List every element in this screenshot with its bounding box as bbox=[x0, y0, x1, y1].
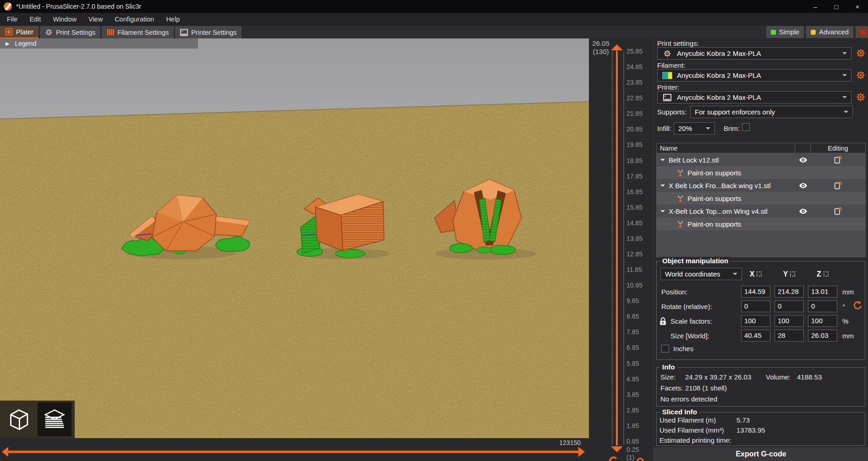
3d-viewport[interactable]: ▶ Legend bbox=[0, 38, 589, 438]
mode-label: Advanced bbox=[819, 28, 849, 36]
z-value-field[interactable]: 13.01 bbox=[808, 286, 837, 298]
layer-slider-top-handle[interactable] bbox=[611, 44, 623, 50]
brim-label: Brim: bbox=[724, 125, 740, 132]
axis-x-label: X bbox=[750, 270, 755, 278]
slider-left-arrow-icon[interactable] bbox=[2, 447, 8, 457]
edit-printer-button[interactable] bbox=[856, 92, 866, 102]
printable-toggle[interactable] bbox=[811, 181, 865, 190]
printable-toggle[interactable] bbox=[811, 207, 865, 216]
errors-status: No errors detected bbox=[660, 395, 717, 403]
sliced-view-button[interactable] bbox=[38, 402, 71, 436]
menu-item[interactable]: Window bbox=[47, 13, 82, 26]
tab-plater[interactable]: Plater bbox=[0, 26, 38, 38]
layer-slider-bottom-handle[interactable] bbox=[611, 446, 623, 452]
x-value-field[interactable]: 0 bbox=[741, 300, 770, 312]
axis-x-icon[interactable] bbox=[757, 271, 762, 277]
maximize-button[interactable]: □ bbox=[826, 0, 847, 13]
y-value-field[interactable]: 28 bbox=[775, 330, 804, 342]
y-value-field[interactable]: 100 bbox=[775, 315, 804, 327]
mode-simple-button[interactable]: Simple bbox=[766, 26, 804, 38]
brim-checkbox[interactable] bbox=[742, 123, 750, 131]
legend-label: Legend bbox=[15, 40, 36, 47]
reset-rotation-button[interactable] bbox=[853, 301, 863, 312]
tab-filament-settings[interactable]: Filament Settings bbox=[102, 26, 174, 38]
z-value-field[interactable]: 100 bbox=[808, 315, 837, 327]
horizontal-slider-track[interactable] bbox=[8, 451, 578, 453]
legend-collapsed-panel[interactable]: ▶ Legend bbox=[0, 38, 198, 49]
supports-label: Supports: bbox=[657, 108, 687, 116]
object-list-row[interactable]: Paint-on supports bbox=[657, 166, 865, 179]
manipulation-label: Scale factors: bbox=[661, 317, 741, 325]
mode-expert-button[interactable]: Expert bbox=[856, 26, 868, 38]
x-value-field[interactable]: 144.59 bbox=[741, 286, 770, 298]
object-list-row[interactable]: X Belt Lock Fro...Back wing v1.stl bbox=[657, 179, 865, 192]
visibility-column-header[interactable] bbox=[795, 143, 811, 153]
menu-item[interactable]: Help bbox=[160, 13, 186, 26]
layer-top-number: (130) bbox=[589, 48, 613, 55]
unit-label: mm bbox=[842, 332, 854, 340]
printer-select[interactable]: Anycubic Kobra 2 Max-PLA bbox=[657, 91, 852, 103]
x-value-field[interactable]: 100 bbox=[741, 315, 770, 327]
manipulation-label: Rotate (relative): bbox=[661, 303, 741, 310]
uniform-scale-lock-icon[interactable] bbox=[659, 317, 666, 327]
gcode-viewer-icon[interactable] bbox=[609, 456, 618, 461]
collapse-chevron-icon[interactable] bbox=[660, 184, 665, 189]
layers-icon bbox=[41, 406, 68, 433]
menu-item[interactable]: File bbox=[1, 13, 23, 26]
edit-print-settings-button[interactable] bbox=[856, 48, 866, 58]
unit-label: mm bbox=[842, 288, 854, 296]
object-list-row[interactable]: X-Belt Lock Top...om Wing v4.stl bbox=[657, 205, 865, 217]
minimize-button[interactable]: – bbox=[805, 0, 826, 13]
layer-slider-track[interactable] bbox=[616, 51, 618, 445]
prusaslicer-logo-icon bbox=[4, 2, 12, 11]
collapse-chevron-icon[interactable] bbox=[660, 159, 665, 163]
edit-filament-button[interactable] bbox=[856, 70, 866, 80]
slider-settings-gear-icon[interactable] bbox=[637, 458, 644, 461]
axes-header: X Y Z bbox=[657, 268, 866, 280]
close-button[interactable]: × bbox=[847, 0, 868, 13]
visibility-toggle[interactable] bbox=[795, 208, 811, 215]
visibility-toggle[interactable] bbox=[795, 157, 811, 163]
window-controls: – □ × bbox=[805, 0, 868, 13]
z-value-field[interactable]: 0 bbox=[808, 300, 837, 312]
axis-z-icon[interactable] bbox=[824, 271, 829, 277]
export-gcode-button[interactable]: Export G-code bbox=[654, 447, 868, 461]
object-list-row[interactable]: Paint-on supports bbox=[657, 217, 865, 230]
filament-select[interactable]: Anycubic Kobra 2 Max-PLA bbox=[657, 69, 852, 81]
slider-right-arrow-icon[interactable] bbox=[578, 447, 585, 457]
infill-select[interactable]: 20% bbox=[674, 122, 715, 135]
visibility-toggle[interactable] bbox=[795, 182, 811, 189]
menu-item[interactable]: View bbox=[82, 13, 109, 26]
inches-checkbox[interactable] bbox=[661, 345, 669, 353]
manipulation-label: Position: bbox=[661, 288, 741, 296]
tab-label: Print Settings bbox=[56, 29, 95, 36]
tab-printer-settings[interactable]: Printer Settings bbox=[175, 26, 242, 38]
supports-select[interactable]: For support enforcers only bbox=[690, 106, 853, 118]
menu-item[interactable]: Configuration bbox=[109, 13, 160, 26]
x-value-field[interactable]: 40.45 bbox=[741, 330, 770, 342]
object-list-row[interactable]: Belt Lock v12.stl bbox=[657, 153, 865, 166]
z-value-field[interactable]: 26.03 bbox=[808, 330, 837, 342]
axis-y-icon[interactable] bbox=[790, 271, 795, 277]
editing-column-header[interactable]: Editing bbox=[811, 143, 865, 153]
y-value-field[interactable]: 214.28 bbox=[775, 286, 804, 298]
collapse-chevron-icon[interactable] bbox=[660, 210, 665, 215]
print-settings-label: Print settings: bbox=[657, 39, 699, 47]
inches-label: Inches bbox=[673, 345, 693, 353]
volume-label: Volume: bbox=[766, 373, 791, 381]
chevron-down-icon bbox=[844, 111, 848, 115]
y-value-field[interactable]: 0 bbox=[775, 300, 804, 312]
tab-bar: Plater Print Settings Filament Settings … bbox=[0, 26, 868, 38]
mode-advanced-button[interactable]: Advanced bbox=[806, 26, 853, 38]
3d-view-button[interactable] bbox=[2, 402, 36, 436]
print-settings-select[interactable]: Anycubic Kobra 2 Max-PLA bbox=[657, 47, 852, 60]
printable-toggle[interactable] bbox=[811, 156, 865, 164]
object-name: Belt Lock v12.stl bbox=[669, 156, 719, 164]
object-list-row[interactable]: Paint-on supports bbox=[657, 192, 865, 205]
menu-item[interactable]: Edit bbox=[23, 13, 47, 26]
tick-label: 16.85 bbox=[626, 188, 643, 195]
name-column-header[interactable]: Name bbox=[657, 143, 795, 153]
tab-print-settings[interactable]: Print Settings bbox=[40, 26, 100, 38]
sliced-info-rows: Used Filament (m) 5.73 Used Filament (mm… bbox=[659, 416, 861, 446]
layer-slider-column: 26.05 (130) 25.8524.8523.8522.8521.8520.… bbox=[589, 38, 653, 461]
